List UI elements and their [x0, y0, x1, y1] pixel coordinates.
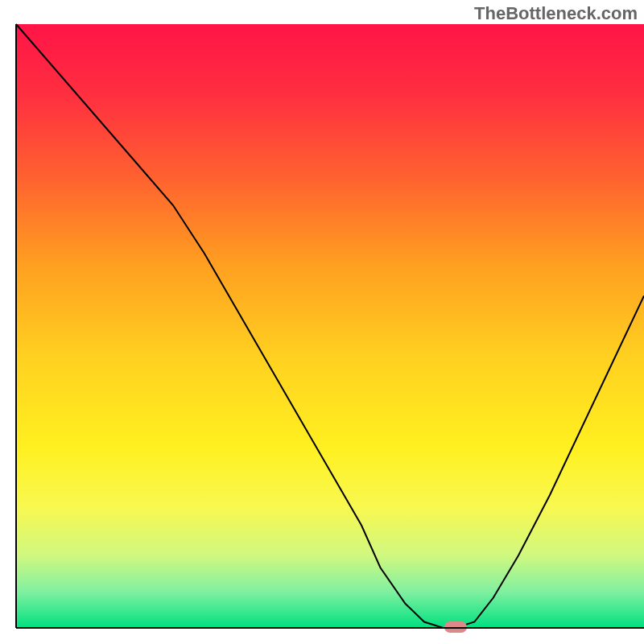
plot-background — [16, 24, 644, 628]
chart-svg — [0, 0, 644, 644]
bottleneck-chart: TheBottleneck.com — [0, 0, 644, 644]
watermark-text: TheBottleneck.com — [474, 3, 638, 24]
